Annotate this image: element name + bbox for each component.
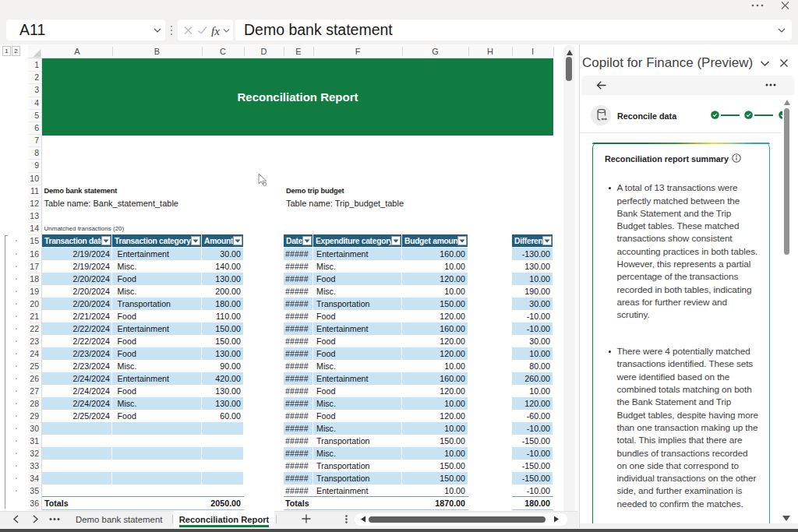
svg-text:fx: fx	[211, 25, 220, 37]
